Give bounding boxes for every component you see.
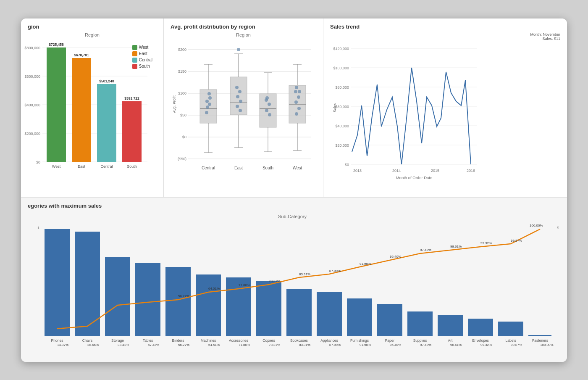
svg-text:Avg. Profit: Avg. Profit — [172, 95, 176, 113]
box-chart-subtitle: Region — [171, 32, 316, 37]
svg-text:$50: $50 — [180, 113, 186, 117]
svg-text:Central: Central — [100, 164, 113, 169]
svg-point-53 — [236, 95, 239, 98]
svg-text:97.43%: 97.43% — [420, 343, 431, 347]
svg-text:56.27%: 56.27% — [178, 294, 189, 298]
legend-east: East — [132, 51, 152, 56]
bar-chart-title: gion — [28, 24, 157, 30]
svg-text:$725,458: $725,458 — [49, 42, 64, 47]
svg-text:Chairs: Chairs — [82, 338, 93, 343]
svg-text:95.40%: 95.40% — [390, 343, 401, 347]
bar-envelopes — [468, 319, 493, 336]
svg-point-42 — [207, 92, 211, 95]
svg-text:West: West — [293, 166, 302, 170]
svg-point-55 — [236, 105, 239, 108]
svg-point-68 — [265, 96, 269, 100]
bar-chart-panel: gion Region West East Central — [21, 18, 164, 197]
svg-text:99.87%: 99.87% — [511, 343, 522, 347]
svg-text:Accessories: Accessories — [229, 338, 248, 343]
svg-point-79 — [297, 107, 301, 110]
svg-text:98.61%: 98.61% — [450, 245, 462, 248]
bar-furnishings — [347, 298, 372, 336]
svg-text:47.42%: 47.42% — [148, 343, 159, 347]
dashboard: gion Region West East Central — [21, 18, 567, 362]
svg-text:$391,722: $391,722 — [124, 96, 139, 100]
trend-chart-title: Sales trend — [330, 24, 560, 30]
svg-text:100.00%: 100.00% — [530, 224, 543, 227]
bar-paper — [377, 304, 402, 336]
svg-text:Storage: Storage — [111, 338, 124, 343]
svg-point-78 — [294, 100, 298, 104]
svg-text:$150: $150 — [178, 69, 186, 74]
legend-south: South — [132, 64, 152, 69]
svg-text:Month of Order Date: Month of Order Date — [396, 175, 433, 180]
svg-text:2015: 2015 — [431, 169, 439, 173]
svg-text:1: 1 — [37, 226, 39, 230]
svg-text:East: East — [234, 166, 243, 170]
svg-text:2016: 2016 — [467, 169, 475, 173]
svg-text:South: South — [127, 164, 137, 169]
svg-text:91.98%: 91.98% — [360, 262, 371, 266]
legend-west: West — [132, 45, 152, 50]
svg-text:28.66%: 28.66% — [87, 343, 99, 347]
svg-text:71.80%: 71.80% — [239, 343, 250, 347]
svg-text:Appliances: Appliances — [320, 338, 338, 343]
svg-text:100.00%: 100.00% — [540, 343, 554, 347]
bar-art — [438, 315, 463, 336]
svg-text:Art: Art — [448, 338, 453, 343]
svg-text:East: East — [78, 164, 86, 169]
svg-text:$400,000: $400,000 — [24, 103, 40, 107]
svg-text:2014: 2014 — [392, 169, 401, 173]
svg-text:99.32%: 99.32% — [480, 241, 492, 245]
svg-text:83.31%: 83.31% — [299, 272, 310, 276]
svg-text:$0: $0 — [345, 163, 349, 167]
svg-point-66 — [265, 109, 268, 112]
svg-text:West: West — [52, 164, 61, 169]
svg-point-82 — [295, 86, 298, 89]
svg-text:99.32%: 99.32% — [480, 343, 492, 347]
bar-appliances — [317, 292, 342, 336]
legend-central-label: Central — [139, 58, 152, 62]
legend-south-label: South — [139, 64, 150, 69]
svg-text:$200,000: $200,000 — [24, 132, 40, 136]
svg-text:$40,000: $40,000 — [335, 124, 349, 128]
svg-point-44 — [237, 48, 240, 51]
bar-central — [97, 84, 116, 162]
bar-bookcases — [286, 289, 312, 336]
svg-text:$200: $200 — [178, 48, 186, 52]
box-chart-panel: Avg. profit distribution by region Regio… — [164, 18, 323, 197]
svg-text:$100,000: $100,000 — [333, 66, 349, 70]
bar-east — [72, 58, 91, 162]
svg-text:Central: Central — [202, 166, 215, 170]
svg-text:38.41%: 38.41% — [118, 343, 129, 347]
svg-text:87.99%: 87.99% — [329, 343, 341, 347]
svg-point-56 — [239, 109, 242, 112]
svg-text:56.27%: 56.27% — [178, 343, 189, 347]
svg-text:Labels: Labels — [505, 338, 516, 343]
svg-text:Binders: Binders — [172, 338, 184, 343]
bar-chart-subtitle: Region — [28, 32, 157, 37]
box-chart-svg: $200 $150 $100 $50 $0 ($50) Avg. Profit — [171, 39, 318, 190]
svg-text:2013: 2013 — [353, 169, 362, 173]
bar-fasteners — [528, 335, 551, 336]
svg-text:Phones: Phones — [51, 338, 63, 343]
svg-point-40 — [208, 96, 212, 100]
svg-text:Sales: Sales — [333, 103, 337, 112]
svg-text:Machines: Machines — [201, 338, 216, 343]
svg-text:Paper: Paper — [385, 338, 395, 343]
svg-text:78.31%: 78.31% — [269, 343, 280, 347]
svg-text:$60,000: $60,000 — [335, 105, 349, 109]
pareto-title: egories with maximum sales — [28, 203, 560, 209]
svg-point-65 — [268, 103, 271, 106]
bar-south — [122, 101, 142, 162]
svg-point-51 — [235, 86, 239, 89]
trend-chart-svg: $120,000 $100,000 $80,000 $60,000 $40,00… — [330, 42, 481, 185]
bar-legend: West East Central South — [132, 45, 152, 69]
bar-supplies — [407, 311, 433, 336]
box-chart-title: Avg. profit distribution by region — [171, 24, 316, 30]
svg-text:95.40%: 95.40% — [390, 255, 401, 259]
svg-point-76 — [294, 90, 297, 93]
legend-west-label: West — [139, 45, 149, 50]
svg-text:South: South — [262, 166, 273, 170]
svg-text:$120,000: $120,000 — [333, 47, 349, 51]
